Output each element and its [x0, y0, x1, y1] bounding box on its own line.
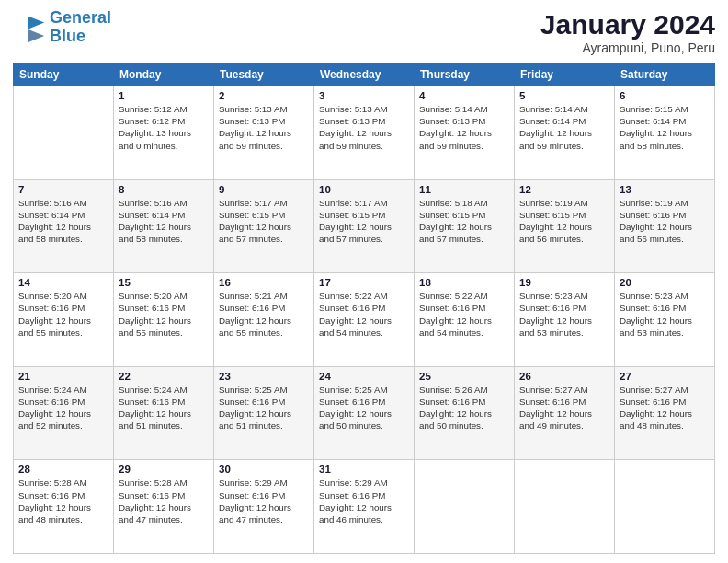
day-info: Sunrise: 5:13 AMSunset: 6:13 PMDaylight:…: [319, 103, 409, 152]
day-info: Sunrise: 5:27 AMSunset: 6:16 PMDaylight:…: [519, 384, 609, 432]
day-info: Sunrise: 5:20 AMSunset: 6:16 PMDaylight:…: [18, 290, 108, 339]
day-number: 9: [219, 184, 309, 195]
day-info: Sunrise: 5:29 AMSunset: 6:16 PMDaylight:…: [219, 477, 309, 525]
day-info: Sunrise: 5:15 AMSunset: 6:14 PMDaylight:…: [620, 103, 710, 152]
calendar-cell: 17Sunrise: 5:22 AMSunset: 6:16 PMDayligh…: [314, 273, 415, 367]
day-number: 28: [18, 464, 108, 475]
day-number: 12: [519, 184, 609, 195]
week-row-3: 14Sunrise: 5:20 AMSunset: 6:16 PMDayligh…: [14, 273, 715, 367]
day-number: 26: [519, 371, 609, 382]
day-info: Sunrise: 5:22 AMSunset: 6:16 PMDaylight:…: [419, 290, 509, 339]
calendar-table: Sunday Monday Tuesday Wednesday Thursday…: [13, 63, 715, 554]
day-number: 10: [319, 184, 409, 195]
day-number: 29: [119, 464, 209, 475]
day-number: 18: [419, 277, 509, 288]
day-info: Sunrise: 5:26 AMSunset: 6:16 PMDaylight:…: [419, 384, 509, 432]
day-info: Sunrise: 5:14 AMSunset: 6:13 PMDaylight:…: [419, 103, 509, 152]
logo-general: General: [50, 8, 111, 27]
day-number: 21: [18, 371, 108, 382]
day-number: 1: [119, 90, 209, 101]
calendar-cell: 1Sunrise: 5:12 AMSunset: 6:12 PMDaylight…: [114, 86, 214, 180]
calendar-cell: 6Sunrise: 5:15 AMSunset: 6:14 PMDaylight…: [615, 86, 715, 180]
day-number: 7: [18, 184, 108, 195]
calendar-cell: 24Sunrise: 5:25 AMSunset: 6:16 PMDayligh…: [314, 366, 415, 460]
calendar-cell: 11Sunrise: 5:18 AMSunset: 6:15 PMDayligh…: [415, 179, 515, 273]
day-info: Sunrise: 5:24 AMSunset: 6:16 PMDaylight:…: [18, 384, 108, 432]
day-info: Sunrise: 5:12 AMSunset: 6:12 PMDaylight:…: [119, 103, 209, 152]
day-info: Sunrise: 5:23 AMSunset: 6:16 PMDaylight:…: [519, 290, 609, 339]
calendar-cell: 13Sunrise: 5:19 AMSunset: 6:16 PMDayligh…: [615, 179, 715, 273]
col-saturday: Saturday: [615, 63, 715, 86]
calendar-cell: 22Sunrise: 5:24 AMSunset: 6:16 PMDayligh…: [114, 366, 214, 460]
week-row-4: 21Sunrise: 5:24 AMSunset: 6:16 PMDayligh…: [14, 366, 715, 460]
col-thursday: Thursday: [415, 63, 515, 86]
day-number: 19: [519, 277, 609, 288]
calendar-cell: 2Sunrise: 5:13 AMSunset: 6:13 PMDaylight…: [214, 86, 314, 180]
day-number: 8: [119, 184, 209, 195]
day-number: 22: [119, 371, 209, 382]
calendar-cell: 5Sunrise: 5:14 AMSunset: 6:14 PMDaylight…: [515, 86, 615, 180]
day-number: 15: [119, 277, 209, 288]
calendar-cell: 19Sunrise: 5:23 AMSunset: 6:16 PMDayligh…: [515, 273, 615, 367]
calendar-cell: [515, 460, 615, 554]
day-number: 5: [519, 90, 609, 101]
day-info: Sunrise: 5:16 AMSunset: 6:14 PMDaylight:…: [119, 197, 209, 246]
calendar-cell: 3Sunrise: 5:13 AMSunset: 6:13 PMDaylight…: [314, 86, 415, 180]
day-info: Sunrise: 5:17 AMSunset: 6:15 PMDaylight:…: [219, 197, 309, 246]
day-number: 17: [319, 277, 409, 288]
day-info: Sunrise: 5:22 AMSunset: 6:16 PMDaylight:…: [319, 290, 409, 339]
day-info: Sunrise: 5:28 AMSunset: 6:16 PMDaylight:…: [18, 477, 108, 525]
calendar-cell: 26Sunrise: 5:27 AMSunset: 6:16 PMDayligh…: [515, 366, 615, 460]
calendar-cell: 31Sunrise: 5:29 AMSunset: 6:16 PMDayligh…: [314, 460, 415, 554]
col-friday: Friday: [515, 63, 615, 86]
day-info: Sunrise: 5:14 AMSunset: 6:14 PMDaylight:…: [519, 103, 609, 152]
calendar-header: Sunday Monday Tuesday Wednesday Thursday…: [14, 63, 715, 86]
day-number: 2: [219, 90, 309, 101]
day-info: Sunrise: 5:20 AMSunset: 6:16 PMDaylight:…: [119, 290, 209, 339]
day-number: 20: [620, 277, 710, 288]
day-info: Sunrise: 5:16 AMSunset: 6:14 PMDaylight:…: [18, 197, 108, 246]
calendar-cell: [14, 86, 114, 180]
calendar-cell: 23Sunrise: 5:25 AMSunset: 6:16 PMDayligh…: [214, 366, 314, 460]
logo-text: General Blue: [50, 9, 111, 46]
day-number: 3: [319, 90, 409, 101]
day-info: Sunrise: 5:19 AMSunset: 6:15 PMDaylight:…: [519, 197, 609, 246]
title-block: January 2024 Ayrampuni, Puno, Peru: [540, 9, 715, 55]
day-info: Sunrise: 5:27 AMSunset: 6:16 PMDaylight:…: [620, 384, 710, 432]
day-info: Sunrise: 5:17 AMSunset: 6:15 PMDaylight:…: [319, 197, 409, 246]
svg-marker-0: [28, 16, 44, 29]
day-number: 4: [419, 90, 509, 101]
calendar-cell: 7Sunrise: 5:16 AMSunset: 6:14 PMDaylight…: [14, 179, 114, 273]
day-number: 27: [620, 371, 710, 382]
calendar-cell: 12Sunrise: 5:19 AMSunset: 6:15 PMDayligh…: [515, 179, 615, 273]
calendar-body: 1Sunrise: 5:12 AMSunset: 6:12 PMDaylight…: [14, 86, 715, 554]
calendar-cell: 20Sunrise: 5:23 AMSunset: 6:16 PMDayligh…: [615, 273, 715, 367]
calendar-cell: 4Sunrise: 5:14 AMSunset: 6:13 PMDaylight…: [415, 86, 515, 180]
page: General Blue January 2024 Ayrampuni, Pun…: [0, 0, 728, 563]
page-title: January 2024: [540, 9, 715, 40]
page-subtitle: Ayrampuni, Puno, Peru: [540, 40, 715, 55]
calendar-cell: [615, 460, 715, 554]
day-info: Sunrise: 5:18 AMSunset: 6:15 PMDaylight:…: [419, 197, 509, 246]
day-number: 30: [219, 464, 309, 475]
calendar-cell: 10Sunrise: 5:17 AMSunset: 6:15 PMDayligh…: [314, 179, 415, 273]
col-sunday: Sunday: [14, 63, 114, 86]
calendar-cell: 29Sunrise: 5:28 AMSunset: 6:16 PMDayligh…: [114, 460, 214, 554]
calendar-cell: 21Sunrise: 5:24 AMSunset: 6:16 PMDayligh…: [14, 366, 114, 460]
svg-marker-1: [28, 29, 44, 42]
calendar-cell: 8Sunrise: 5:16 AMSunset: 6:14 PMDaylight…: [114, 179, 214, 273]
day-info: Sunrise: 5:25 AMSunset: 6:16 PMDaylight:…: [219, 384, 309, 432]
day-number: 25: [419, 371, 509, 382]
col-tuesday: Tuesday: [214, 63, 314, 86]
day-info: Sunrise: 5:13 AMSunset: 6:13 PMDaylight:…: [219, 103, 309, 152]
day-number: 14: [18, 277, 108, 288]
day-number: 6: [620, 90, 710, 101]
day-info: Sunrise: 5:29 AMSunset: 6:16 PMDaylight:…: [319, 477, 409, 525]
logo: General Blue: [13, 9, 111, 46]
calendar-cell: 30Sunrise: 5:29 AMSunset: 6:16 PMDayligh…: [214, 460, 314, 554]
col-wednesday: Wednesday: [314, 63, 415, 86]
week-row-2: 7Sunrise: 5:16 AMSunset: 6:14 PMDaylight…: [14, 179, 715, 273]
day-number: 16: [219, 277, 309, 288]
calendar-cell: 16Sunrise: 5:21 AMSunset: 6:16 PMDayligh…: [214, 273, 314, 367]
week-row-1: 1Sunrise: 5:12 AMSunset: 6:12 PMDaylight…: [14, 86, 715, 180]
